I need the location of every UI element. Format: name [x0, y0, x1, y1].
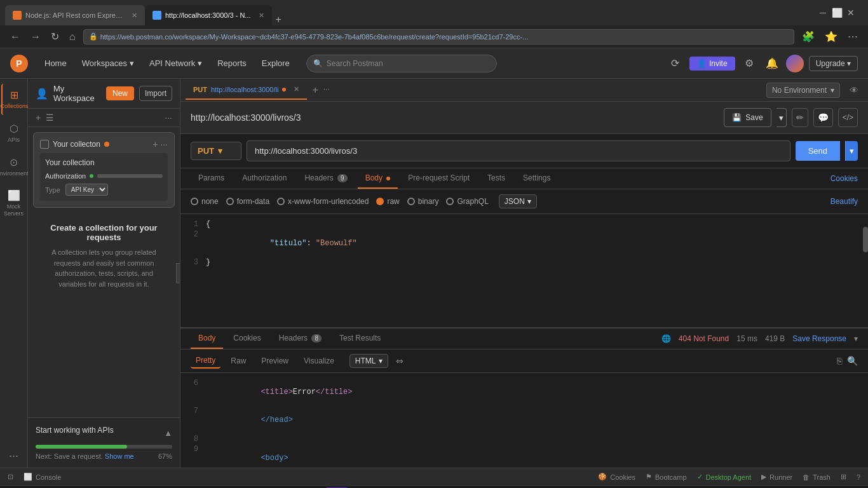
eye-icon[interactable]: 👁: [845, 81, 863, 99]
show-me-link[interactable]: Show me: [105, 452, 134, 460]
card-more-icon[interactable]: ···: [160, 139, 168, 149]
resp-tab-headers[interactable]: Headers 8: [271, 329, 329, 349]
settings-icon[interactable]: ⚙: [740, 55, 758, 72]
form-data-option[interactable]: form-data: [226, 197, 269, 206]
save-response-button[interactable]: Save Response: [792, 334, 846, 343]
send-button[interactable]: Send: [796, 141, 840, 161]
desktop-agent-item[interactable]: ✓ Desktop Agent: [697, 473, 752, 481]
resp-tab-test-results[interactable]: Test Results: [332, 329, 388, 349]
urlencoded-radio[interactable]: [277, 198, 285, 205]
forward-button[interactable]: →: [28, 30, 43, 44]
raw-option[interactable]: raw: [376, 197, 399, 206]
copy-response-icon[interactable]: ⎘: [837, 356, 842, 366]
tab-params[interactable]: Params: [191, 168, 232, 189]
bookmark-button[interactable]: ⭐: [822, 29, 840, 44]
binary-radio[interactable]: [407, 198, 415, 205]
browser-tab-1[interactable]: Node.js: API Rest com Express e... ✕: [5, 5, 145, 25]
runner-item[interactable]: ▶ Runner: [761, 473, 792, 481]
urlencoded-option[interactable]: x-www-form-urlencoded: [277, 197, 369, 206]
tab-headers[interactable]: Headers 9: [297, 168, 355, 189]
panel-collapse-handle[interactable]: ‹: [176, 263, 180, 283]
tab-prerequest[interactable]: Pre-request Script: [400, 168, 477, 189]
environment-selector[interactable]: No Environment ▾: [766, 83, 840, 98]
upgrade-button[interactable]: Upgrade ▾: [809, 56, 858, 71]
nav-reports[interactable]: Reports: [211, 56, 253, 71]
resp-tab-cookies[interactable]: Cookies: [226, 329, 268, 349]
expand-icon[interactable]: ⊞: [841, 473, 846, 481]
sidebar-more-button[interactable]: ···: [9, 449, 18, 463]
response-body[interactable]: 6 <title>Error</title> 7 </head> 8 9: [180, 373, 868, 468]
save-dropdown-button[interactable]: ▾: [776, 108, 787, 127]
type-select[interactable]: API Key: [65, 184, 108, 196]
tab-tests[interactable]: Tests: [480, 168, 513, 189]
code-snippet-button[interactable]: </>: [838, 108, 858, 127]
console-item[interactable]: ⬜ Console: [24, 473, 61, 481]
resp-tab-body[interactable]: Body: [191, 329, 223, 349]
format-pretty[interactable]: Pretty: [191, 353, 220, 369]
browser-tab-2[interactable]: http://localhost:3000/3 - N... ✕: [145, 5, 272, 25]
more-tabs-icon[interactable]: ···: [323, 85, 330, 96]
status-bar-layout-icon[interactable]: ⊡: [8, 473, 13, 481]
format-visualize[interactable]: Visualize: [299, 354, 339, 368]
cookies-link[interactable]: Cookies: [831, 174, 858, 183]
binary-option[interactable]: binary: [407, 197, 439, 206]
notifications-icon[interactable]: 🔔: [763, 55, 781, 72]
close-button[interactable]: ✕: [846, 8, 855, 17]
url-bar[interactable]: 🔒 https://web.postman.co/workspace/My-Wo…: [83, 29, 794, 44]
sync-icon[interactable]: ⟳: [667, 55, 684, 72]
sidebar-item-environments[interactable]: ⊙ Environments: [1, 151, 27, 182]
request-tab-active[interactable]: PUT http://localhost:3000/li ✕: [186, 80, 307, 100]
format-raw[interactable]: Raw: [226, 354, 251, 368]
maximize-button[interactable]: ⬜: [832, 8, 841, 17]
new-tab-button[interactable]: +: [272, 14, 285, 25]
editor-scrollbar[interactable]: [863, 227, 868, 252]
add-request-icon[interactable]: +: [312, 85, 318, 96]
save-button[interactable]: 💾 Save: [724, 108, 771, 127]
form-data-radio[interactable]: [226, 198, 234, 205]
html-format-selector[interactable]: HTML ▾: [349, 354, 388, 368]
json-format-selector[interactable]: JSON ▾: [499, 194, 537, 208]
wrap-icon[interactable]: ⇔: [396, 356, 403, 366]
nav-workspaces[interactable]: Workspaces ▾: [76, 56, 140, 71]
sidebar-item-mock-servers[interactable]: ⬜ Mock Servers: [1, 184, 27, 222]
nav-api-network[interactable]: API Network ▾: [143, 56, 208, 71]
search-response-icon[interactable]: 🔍: [847, 356, 858, 366]
invite-button[interactable]: 👤 Invite: [689, 57, 735, 71]
settings-button[interactable]: ⋯: [845, 29, 860, 44]
save-response-chevron-icon[interactable]: ▾: [854, 334, 858, 343]
graphql-option[interactable]: GraphQL: [446, 197, 488, 206]
back-button[interactable]: ←: [8, 30, 23, 44]
none-radio[interactable]: [191, 198, 198, 205]
search-bar[interactable]: 🔍 Search Postman: [306, 55, 497, 72]
raw-radio[interactable]: [376, 198, 384, 205]
bootcamp-item[interactable]: ⚑ Bootcamp: [646, 473, 687, 481]
home-button[interactable]: ⌂: [67, 30, 78, 44]
tab-authorization[interactable]: Authorization: [234, 168, 294, 189]
method-selector[interactable]: PUT ▾: [191, 142, 241, 160]
refresh-button[interactable]: ↻: [48, 29, 62, 44]
trash-item[interactable]: 🗑 Trash: [803, 473, 831, 481]
tab-settings[interactable]: Settings: [515, 168, 558, 189]
tab-close-2[interactable]: ✕: [259, 11, 264, 20]
minimize-button[interactable]: ─: [818, 8, 827, 17]
import-button[interactable]: Import: [139, 86, 172, 101]
code-icon-button[interactable]: 💬: [813, 108, 833, 127]
more-options-icon[interactable]: ···: [165, 112, 172, 123]
card-add-icon[interactable]: +: [153, 139, 158, 149]
url-input[interactable]: [247, 140, 790, 161]
help-icon[interactable]: ?: [857, 473, 860, 481]
user-avatar[interactable]: [786, 55, 804, 72]
format-preview[interactable]: Preview: [256, 354, 294, 368]
tab-close-icon[interactable]: ✕: [294, 85, 299, 93]
sidebar-item-apis[interactable]: ⬡ APIs: [1, 118, 27, 149]
tab-body[interactable]: Body: [358, 168, 398, 189]
beautify-button[interactable]: Beautify: [831, 197, 858, 206]
sidebar-item-collections[interactable]: ⊞ Collections: [1, 84, 27, 115]
filter-icon[interactable]: ☰: [46, 112, 54, 123]
send-dropdown-button[interactable]: ▾: [845, 141, 858, 161]
request-body-editor[interactable]: 1 { 2 "titulo": "Beowulf" 3 }: [180, 214, 868, 328]
add-collection-icon[interactable]: +: [36, 112, 41, 123]
none-option[interactable]: none: [191, 197, 219, 206]
tab-close-1[interactable]: ✕: [132, 11, 137, 20]
edit-icon-button[interactable]: ✏: [792, 108, 808, 127]
